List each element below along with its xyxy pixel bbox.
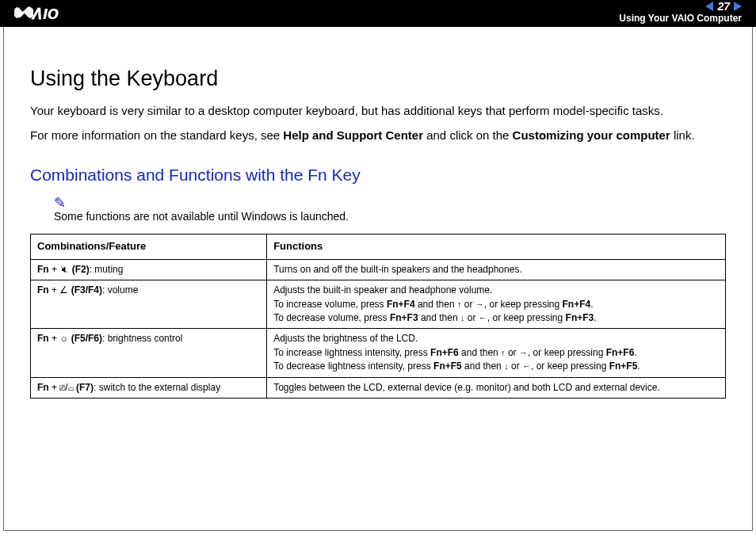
next-page-icon[interactable]	[734, 2, 742, 11]
breadcrumb: Using Your VAIO Computer	[619, 13, 742, 24]
vaio-logo: ✓∧ıo	[14, 3, 82, 25]
page-navigation: 27	[705, 0, 742, 13]
prev-page-icon[interactable]	[705, 2, 713, 11]
svg-text:✓∧ıo: ✓∧ıo	[14, 3, 59, 22]
header-bar: ✓∧ıo 27 Using Your VAIO Computer	[0, 0, 756, 27]
page-number: 27	[717, 0, 730, 13]
